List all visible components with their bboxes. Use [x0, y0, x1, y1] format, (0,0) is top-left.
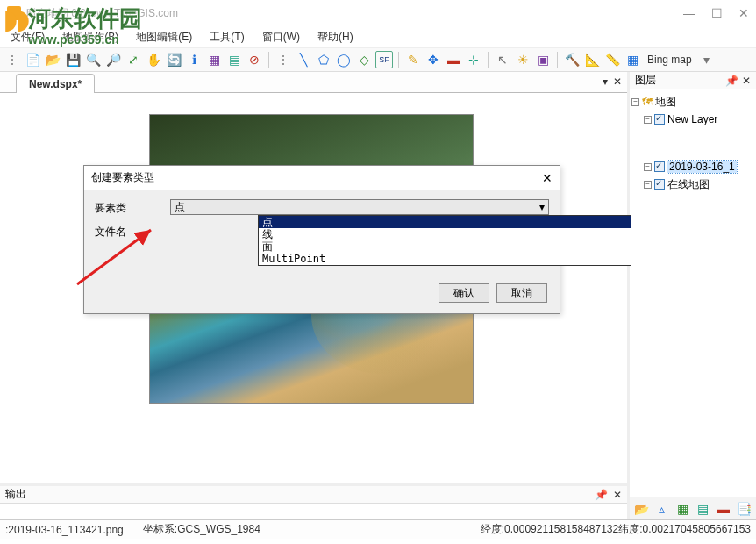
tab-menu-button[interactable]: ▾ [603, 75, 608, 88]
menu-tool[interactable]: 工具(T) [203, 28, 251, 47]
document-tab-label: New.dspx* [29, 78, 82, 90]
option-line[interactable]: 线 [259, 228, 631, 240]
menu-file[interactable]: 文件(F) [4, 28, 52, 47]
toolbar-separator [398, 52, 399, 68]
layers-toolbar: 📂 ▵ ▦ ▤ ▬ 📑 [630, 497, 756, 519]
option-polygon[interactable]: 面 [259, 240, 631, 253]
menu-help[interactable]: 帮助(H) [310, 28, 360, 47]
dialog-close-button[interactable]: ✕ [542, 171, 553, 185]
filename-label: 文件名 [95, 223, 170, 240]
menu-map-op[interactable]: 地图操作(B) [55, 28, 125, 47]
tree-collapse-icon[interactable]: − [644, 181, 652, 189]
remove-layer-button[interactable]: ▬ [715, 500, 731, 518]
measure-hammer-button[interactable]: 🔨 [563, 51, 581, 68]
toolbar-grip-icon: ⋮ [4, 51, 21, 68]
cancel-button[interactable]: 取消 [496, 283, 547, 303]
measure-ruler-button[interactable]: 📏 [603, 51, 621, 68]
layers-panel-title: 图层 [635, 73, 656, 88]
toolbar-separator [268, 52, 269, 68]
attribute-button[interactable]: ▤ [225, 51, 243, 68]
title-bar: 时空地图 6.0 www.TimeGIS.com — ☐ ✕ [0, 0, 756, 26]
output-pin-button[interactable]: 📌 [595, 489, 608, 501]
layers-close-button[interactable]: ✕ [742, 75, 751, 87]
move-node-button[interactable]: ✥ [424, 51, 442, 68]
grid-button[interactable]: ▦ [624, 51, 641, 68]
feature-class-value: 点 [175, 200, 185, 215]
chevron-down-icon: ▾ [539, 201, 545, 213]
layer-checkbox[interactable] [654, 161, 665, 172]
toolbar-separator [557, 52, 558, 68]
draw-line-button[interactable]: ╲ [295, 51, 312, 68]
status-latitude: 纬度:0.00217045805667153 [618, 522, 751, 537]
minimize-button[interactable]: — [683, 6, 695, 20]
tree-node-timed[interactable]: 2019-03-16_1 [667, 161, 737, 173]
layer-props-button[interactable]: ▤ [695, 500, 711, 518]
layers-pin-button[interactable]: 📌 [725, 75, 738, 87]
maximize-button[interactable]: ☐ [711, 6, 723, 20]
document-tab-bar: New.dspx* ▾ ✕ [0, 72, 627, 93]
snap-button[interactable]: ◇ [355, 51, 373, 68]
feature-class-select[interactable]: 点 ▾ [170, 199, 549, 215]
window-title: 时空地图 6.0 www.TimeGIS.com [26, 6, 683, 21]
option-multipoint[interactable]: MultiPoint [259, 253, 631, 265]
layer-down-button[interactable]: ▦ [674, 500, 691, 518]
menu-bar: 文件(F) 地图操作(B) 地图编辑(E) 工具(T) 窗口(W) 帮助(H) [0, 26, 756, 47]
tree-collapse-icon[interactable]: − [644, 116, 652, 124]
layers-panel: 图层 📌 ✕ − 🗺 地图 − New Layer − 2019-03-16_1 [630, 72, 756, 519]
delete-feature-button[interactable]: ▬ [445, 51, 462, 68]
ok-button[interactable]: 确认 [439, 283, 489, 303]
toolbar-separator [488, 52, 489, 68]
tree-node-map[interactable]: 地图 [655, 95, 676, 110]
zoom-extent-button[interactable]: ⤢ [125, 51, 142, 68]
identify-button[interactable]: ℹ [185, 51, 203, 68]
zoom-out-button[interactable]: 🔎 [104, 51, 122, 68]
feature-class-label: 要素类 [95, 199, 170, 216]
layer-mgr-button[interactable]: ▦ [205, 51, 223, 68]
menu-window[interactable]: 窗口(W) [255, 28, 307, 47]
status-crs: 坐标系:GCS_WGS_1984 [143, 522, 260, 537]
pan-button[interactable]: ✋ [145, 51, 162, 68]
layer-checkbox[interactable] [654, 114, 665, 125]
measure-angle-button[interactable]: 📐 [583, 51, 601, 68]
map-root-icon: 🗺 [642, 96, 653, 108]
layer-up-button[interactable]: ▵ [653, 500, 670, 518]
open-button[interactable]: 📂 [44, 51, 61, 68]
option-point[interactable]: 点 [259, 216, 631, 228]
output-close-button[interactable]: ✕ [613, 489, 622, 501]
add-layer-button[interactable]: 📂 [633, 500, 650, 518]
add-text-button[interactable]: SF [375, 51, 393, 68]
output-panel-title: 输出 [5, 487, 26, 502]
tab-close-button[interactable]: ✕ [613, 75, 622, 88]
clear-selection-button[interactable]: ⊘ [246, 51, 263, 68]
menu-map-edit[interactable]: 地图编辑(E) [129, 28, 199, 47]
tree-node-newlayer[interactable]: New Layer [667, 113, 717, 125]
toolbar-grip-icon: ⋮ [275, 51, 292, 68]
document-tab-newdspx[interactable]: New.dspx* [16, 74, 95, 93]
tree-collapse-icon[interactable]: − [631, 98, 639, 106]
select-point-button[interactable]: ☀ [514, 51, 531, 68]
save-button[interactable]: 💾 [64, 51, 82, 68]
select-rect-button[interactable]: ▣ [534, 51, 552, 68]
basemap-label[interactable]: Bing map [644, 54, 695, 66]
status-file: :2019-03-16_113421.png [5, 524, 124, 536]
tree-node-online[interactable]: 在线地图 [667, 177, 710, 192]
layer-checkbox[interactable] [654, 179, 665, 190]
output-panel: 输出 📌 ✕ [0, 483, 627, 519]
window-close-button[interactable]: ✕ [738, 6, 749, 20]
basemap-dropdown-icon[interactable]: ▾ [698, 51, 716, 68]
edit-vertex-button[interactable]: ⊹ [465, 51, 482, 68]
layers-tree[interactable]: − 🗺 地图 − New Layer − 2019-03-16_1 − 在线地图 [630, 89, 756, 497]
layer-misc-button[interactable]: 📑 [736, 500, 752, 518]
new-doc-button[interactable]: 📄 [24, 51, 41, 68]
dialog-title: 创建要素类型 [91, 170, 154, 185]
create-feature-type-dialog: 创建要素类型 ✕ 要素类 点 ▾ 文件名 点 线 面 MultiPoint 确认… [83, 165, 560, 314]
draw-circle-button[interactable]: ◯ [335, 51, 353, 68]
draw-polygon-button[interactable]: ⬠ [315, 51, 332, 68]
edit-pencil-button[interactable]: ✎ [404, 51, 422, 68]
refresh-button[interactable]: 🔄 [165, 51, 182, 68]
tree-collapse-icon[interactable]: − [644, 163, 652, 171]
toolbar: ⋮ 📄 📂 💾 🔍 🔎 ⤢ ✋ 🔄 ℹ ▦ ▤ ⊘ ⋮ ╲ ⬠ ◯ ◇ SF ✎… [0, 47, 756, 72]
zoom-in-button[interactable]: 🔍 [84, 51, 102, 68]
select-arrow-button[interactable]: ↖ [494, 51, 511, 68]
feature-class-dropdown[interactable]: 点 线 面 MultiPoint [258, 215, 631, 266]
